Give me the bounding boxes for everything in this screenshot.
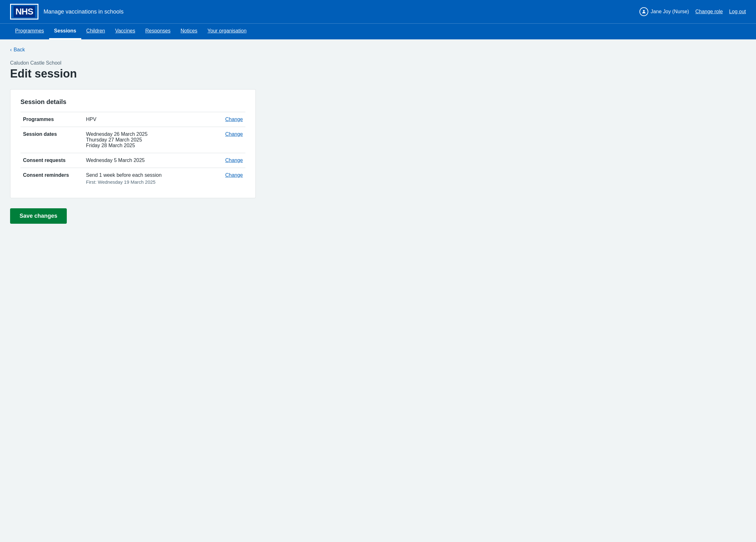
- session-card-title: Session details: [20, 98, 245, 105]
- nav-item-sessions[interactable]: Sessions: [49, 24, 81, 39]
- save-changes-button[interactable]: Save changes: [10, 208, 67, 224]
- table-row-consent-requests: Consent requests Wednesday 5 March 2025 …: [20, 153, 245, 168]
- session-dates-label: Session dates: [20, 127, 83, 153]
- nav-item-notices[interactable]: Notices: [175, 24, 202, 39]
- consent-reminders-value: Send 1 week before each session First: W…: [83, 168, 214, 189]
- consent-reminders-primary: Send 1 week before each session: [86, 172, 211, 178]
- table-row-programmes: Programmes HPV Change: [20, 112, 245, 127]
- nhs-logo-text: NHS: [14, 6, 35, 17]
- user-name: Jane Joy (Nurse): [651, 9, 689, 14]
- consent-requests-value: Wednesday 5 March 2025: [83, 153, 214, 168]
- nav-link-vaccines[interactable]: Vaccines: [110, 24, 140, 39]
- session-dates-change-link[interactable]: Change: [225, 131, 243, 137]
- nav-link-programmes[interactable]: Programmes: [10, 24, 49, 39]
- site-header: NHS Manage vaccinations in schools Jane …: [0, 0, 756, 23]
- back-chevron-icon: ‹: [10, 47, 12, 53]
- header-left: NHS Manage vaccinations in schools: [10, 4, 123, 20]
- nav-item-responses[interactable]: Responses: [140, 24, 175, 39]
- programmes-change-link[interactable]: Change: [225, 117, 243, 122]
- consent-reminders-label: Consent reminders: [20, 168, 83, 189]
- header-right: Jane Joy (Nurse) Change role Log out: [639, 7, 746, 16]
- table-row-session-dates: Session dates Wednesday 26 March 2025 Th…: [20, 127, 245, 153]
- session-date-3: Friday 28 March 2025: [86, 143, 211, 148]
- nav-item-organisation[interactable]: Your organisation: [203, 24, 252, 39]
- session-details-table: Programmes HPV Change Session dates Wedn…: [20, 112, 245, 189]
- nav-item-children[interactable]: Children: [81, 24, 110, 39]
- nav-link-children[interactable]: Children: [81, 24, 110, 39]
- session-dates-change-cell: Change: [214, 127, 245, 153]
- svg-point-0: [643, 10, 644, 12]
- user-info: Jane Joy (Nurse): [639, 7, 689, 16]
- nav-item-vaccines[interactable]: Vaccines: [110, 24, 140, 39]
- nav-link-responses[interactable]: Responses: [140, 24, 175, 39]
- programmes-label: Programmes: [20, 112, 83, 127]
- consent-requests-label: Consent requests: [20, 153, 83, 168]
- session-date-1: Wednesday 26 March 2025: [86, 131, 211, 137]
- change-role-button[interactable]: Change role: [695, 9, 723, 14]
- page-title: Edit session: [10, 67, 273, 80]
- nhs-logo: NHS: [10, 4, 38, 20]
- nav-link-notices[interactable]: Notices: [175, 24, 202, 39]
- breadcrumb-school: Caludon Castle School: [10, 60, 273, 66]
- consent-reminders-change-cell: Change: [214, 168, 245, 189]
- main-content: ‹ Back Caludon Castle School Edit sessio…: [0, 39, 283, 239]
- table-row-consent-reminders: Consent reminders Send 1 week before eac…: [20, 168, 245, 189]
- session-dates-value: Wednesday 26 March 2025 Thursday 27 Marc…: [83, 127, 214, 153]
- nav-link-organisation[interactable]: Your organisation: [203, 24, 252, 39]
- consent-requests-change-cell: Change: [214, 153, 245, 168]
- consent-requests-change-link[interactable]: Change: [225, 157, 243, 163]
- nav-item-programmes[interactable]: Programmes: [10, 24, 49, 39]
- consent-reminders-change-link[interactable]: Change: [225, 172, 243, 178]
- back-link[interactable]: ‹ Back: [10, 47, 25, 53]
- nav-link-sessions[interactable]: Sessions: [49, 24, 81, 39]
- nav-list: Programmes Sessions Children Vaccines Re…: [10, 24, 746, 39]
- consent-reminders-secondary: First: Wednesday 19 March 2025: [86, 179, 211, 185]
- programmes-change-cell: Change: [214, 112, 245, 127]
- log-out-button[interactable]: Log out: [729, 9, 746, 14]
- session-date-2: Thursday 27 March 2025: [86, 137, 211, 143]
- back-link-label: Back: [14, 47, 25, 53]
- programmes-value: HPV: [83, 112, 214, 127]
- main-nav: Programmes Sessions Children Vaccines Re…: [0, 23, 756, 39]
- session-details-card: Session details Programmes HPV Change Se…: [10, 89, 256, 198]
- user-avatar-icon: [639, 7, 648, 16]
- app-name: Manage vaccinations in schools: [43, 9, 123, 15]
